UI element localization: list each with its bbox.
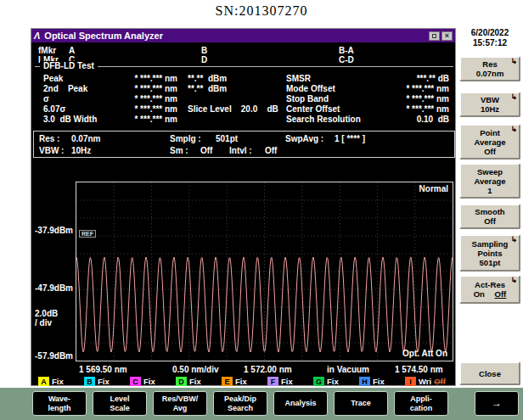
side-key-act-res[interactable]: ↳ Act-Res On Off (459, 275, 520, 304)
y-label-top: -37.9dBm (35, 226, 73, 235)
key-line: Off (484, 147, 496, 156)
row-wl: * ***.*** nm (98, 104, 177, 114)
key-line: Search (228, 404, 253, 413)
row-level: Slice Level 20.0 dB (188, 104, 278, 114)
key-line: Wave- (48, 395, 70, 404)
trace-f-state: Fix (281, 377, 293, 386)
key-line: Close (479, 369, 501, 378)
analysis-group: DFB-LD Test Peak * ***.*** nm **.** dBm … (35, 66, 453, 126)
side-key-smooth[interactable]: ↳ Smooth Off (459, 204, 520, 229)
side-key-point-average[interactable]: ↳ Point Average Off (459, 124, 520, 160)
more-icon: ↳ (510, 235, 517, 244)
intvl-label: Intvl : (229, 146, 252, 155)
side-key-sampling-points[interactable]: ↳ Sampling Points 501pt (459, 234, 520, 272)
trace-indicator-b: BFix (84, 377, 130, 386)
row-rvalue: ***.** dB (347, 74, 449, 83)
row-rvalue: * ***.*** nm (347, 104, 449, 114)
trace-e-state: Fix (235, 377, 247, 386)
lmkr-diff: C-D (339, 55, 354, 64)
row-wl: * ***.*** nm (98, 74, 177, 83)
key-line: Points (477, 249, 502, 258)
row-level: **.** dBm (188, 84, 227, 93)
softkey-peak-dip-search[interactable]: Peak/Dip Search (213, 391, 267, 416)
key-line: Peak/Dip (224, 395, 256, 404)
row-wl: * ***.*** nm (98, 84, 177, 93)
key-line: Average (474, 137, 505, 147)
analysis-row: 2nd Peak * ***.*** nm **.** dBm Mode Off… (35, 84, 453, 94)
row-rvalue: 0.10 dB (347, 115, 449, 124)
softkey-wavelength[interactable]: Wave- length (32, 391, 87, 416)
trace-a-box: A (38, 377, 49, 386)
trace-i-alt: Off (434, 377, 446, 386)
key-line: Res/VBW/ (162, 395, 199, 404)
trace-mode-label: Normal (419, 184, 448, 193)
close-icon[interactable]: × (441, 31, 453, 41)
analysis-title: DFB-LD Test (40, 61, 98, 70)
side-key-sweep-average[interactable]: ↳ Sweep Average 1 (459, 163, 520, 199)
key-line: Average (474, 176, 505, 186)
smplg-value: 501pt (216, 134, 238, 143)
res-value: 0.07nm (71, 134, 100, 143)
side-key-res[interactable]: ↳ Res 0.07nm (459, 56, 520, 81)
row-level: **.** dBm (188, 74, 227, 83)
softkey-analysis[interactable]: Analysis (273, 391, 328, 416)
trace-indicator-g: GFix (313, 377, 359, 386)
trace-d-state: Fix (189, 377, 201, 386)
softkey-next-menu[interactable]: → (475, 391, 519, 416)
window-titlebar[interactable]: Λ Optical Spectrum Analyzer × (31, 29, 455, 42)
serial-number: SN:201307270 (0, 3, 523, 19)
trace-d-box: D (176, 377, 187, 386)
key-line: Off (484, 216, 496, 226)
softkey-res-vbw-avg[interactable]: Res/VBW/ Avg (153, 391, 207, 416)
row-label: Peak (43, 74, 63, 83)
function-key-bar: Wave- length Level Scale Res/VBW/ Avg Pe… (0, 388, 523, 420)
trace-legend: AFix BFix CFix DFix EFix FFix GFix HFix … (38, 376, 453, 387)
key-line: Analysis (284, 399, 316, 408)
trace-h-box: H (359, 377, 370, 386)
act-res-on-option[interactable]: On (474, 289, 485, 299)
analysis-row: Peak * ***.*** nm **.** dBm SMSR ***.** … (35, 74, 453, 84)
key-line: cation (410, 404, 433, 413)
x-label-stop: 1 574.50 nm (395, 365, 443, 374)
sm-label: Sm : (170, 146, 188, 155)
restore-icon[interactable] (429, 31, 440, 41)
key-line: Scale (110, 404, 130, 413)
act-res-options: On Off (474, 289, 507, 299)
trace-h-state: Fix (373, 377, 385, 386)
fmkr-diff: B-A (339, 46, 354, 55)
trace-indicator-f: FFix (267, 377, 313, 386)
trace-i-box: I (405, 377, 416, 386)
trace-g-box: G (313, 377, 324, 386)
key-line: Point (480, 128, 500, 137)
opt-att-status: Opt. Att On (402, 349, 447, 358)
softkey-application[interactable]: Appli- cation (394, 391, 448, 416)
vbw-value: 10Hz (71, 146, 91, 155)
key-line: Smooth (475, 207, 504, 216)
key-line: 1 (487, 186, 492, 195)
y-scale-unit: / div (35, 318, 52, 328)
side-key-close[interactable]: Close (459, 361, 520, 385)
fmkr-label: fMkr (38, 46, 56, 55)
fmkr-b: B (201, 46, 207, 55)
row-wl: * ***.*** nm (98, 115, 177, 124)
smplg-label: Smplg : (170, 134, 201, 143)
side-key-vbw[interactable]: ↳ VBW 10Hz (459, 92, 520, 117)
row-rlabel: Center Offset (286, 104, 340, 114)
act-res-off-option[interactable]: Off (495, 289, 507, 299)
analysis-row: 6.07σ * ***.*** nm Slice Level 20.0 dB C… (35, 104, 453, 115)
analysis-row: σ * ***.*** nm Stop Band * ***.*** nm (35, 94, 453, 104)
anritsu-logo-icon: Λ (34, 31, 40, 41)
trace-b-state: Fix (98, 377, 110, 386)
spectrum-plot: Normal REF Opt. Att On (76, 182, 453, 361)
more-icon: ↳ (510, 92, 517, 102)
trace-indicator-c: CFix (130, 377, 176, 386)
key-line: VBW (481, 95, 499, 104)
softkey-trace[interactable]: Trace (334, 391, 388, 416)
key-line: Trace (351, 399, 371, 408)
key-line: Res (482, 59, 497, 69)
softkey-level-scale[interactable]: Level Scale (93, 391, 147, 416)
key-line: 501pt (480, 258, 501, 267)
key-line: Sweep (477, 167, 503, 176)
row-label: 6.07σ (43, 104, 65, 114)
key-line: 10Hz (481, 104, 499, 114)
